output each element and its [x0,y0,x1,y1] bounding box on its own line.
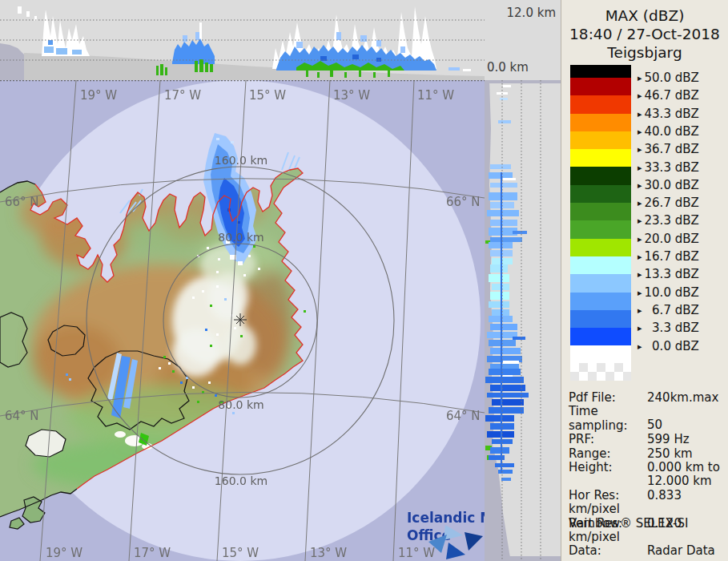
top-height-profile [0,0,485,80]
tick-arrow-icon: ▸ [638,144,642,155]
tick-arrow-icon: ▸ [638,305,642,316]
scale-label: ▸26.7 dBZ [638,196,699,210]
scale-band [570,185,631,203]
tick-arrow-icon: ▸ [638,323,642,333]
scale-label: ▸ 6.7 dBZ [638,303,699,317]
tick-arrow-icon: ▸ [638,252,642,262]
tick-arrow-icon: ▸ [638,163,642,173]
scale-label: ▸ 0.0 dBZ [638,339,699,353]
lat-label-right-64n: 64° N [446,409,481,423]
scale-label: ▸30.0 dBZ [638,178,699,192]
height-axis-max-label: 12.0 km [507,6,556,20]
lon-label-top-13w: 13° W [333,88,370,103]
tick-arrow-icon: ▸ [638,127,642,137]
product-metadata: Pdf File:240km.maxTime sampling:50PRF:59… [569,391,726,559]
scale-label: ▸33.3 dBZ [638,160,699,175]
metadata-row: Data:Radar Data [569,544,726,558]
ring-label-160-top: 160.0 km [215,154,267,167]
radar-map: 160.0 km 80.0 km 80.0 km 160.0 km 19° W … [0,80,485,561]
metadata-row: PRF:599 Hz [569,433,726,446]
scale-label: ▸16.7 dBZ [638,249,699,264]
tick-arrow-icon: ▸ [638,341,642,352]
legend-panel: MAX (dBZ) 18:40 / 27-Oct-2018 Teigsbjarg… [561,0,728,561]
map-edge-bar-top [485,80,561,83]
station-name: Teigsbjarg [561,43,728,62]
radar-display: 12.0 km 0.0 km [0,0,728,561]
height-axis-box: 12.0 km 0.0 km [485,0,561,80]
lat-label-right-66n: 66° N [446,195,481,209]
tick-arrow-icon: ▸ [638,198,642,208]
scale-band [570,293,631,310]
scale-label: ▸ 3.3 dBZ [638,321,699,335]
tick-arrow-icon: ▸ [638,73,642,83]
tick-arrow-icon: ▸ [638,216,642,226]
metadata-row: Time sampling:50 [569,405,726,433]
lon-label-top-11w: 11° W [417,88,454,103]
lon-label-bottom-15w: 15° W [222,546,259,560]
scale-band [570,65,631,78]
ring-label-80-bottom: 80.0 km [218,398,263,411]
lon-label-top-19w: 19° W [80,88,117,103]
tick-arrow-icon: ▸ [638,234,642,244]
scale-band [570,274,631,292]
scale-label: ▸50.0 dBZ [638,71,699,85]
lat-label-left-64n: 64° N [5,409,39,423]
scale-label: ▸20.0 dBZ [638,232,699,246]
scale-band [570,167,631,184]
scale-band [570,239,631,256]
scale-label: ▸10.0 dBZ [638,285,699,300]
software-name: Rainbow® SELEX-SI [569,516,688,531]
tick-arrow-icon: ▸ [638,109,642,119]
tick-arrow-icon: ▸ [638,91,642,101]
metadata-row: Pdf File:240km.max [569,391,726,405]
map-edge-bar [485,556,561,561]
scale-label: ▸40.0 dBZ [638,124,699,139]
white-band [570,345,631,363]
scale-band [570,149,631,167]
side-height-profile [485,80,561,561]
tick-arrow-icon: ▸ [638,180,642,191]
metadata-row: Hor Res:0.833 km/pixel [569,489,726,517]
imo-logo-text-line1: Icelandic Met [407,510,485,526]
scale-band [570,328,631,345]
transparent-band [570,363,631,381]
scale-band [570,310,631,328]
color-swatch-column [570,65,631,381]
scale-band [570,131,631,149]
metadata-row: 12.000 km [569,474,726,488]
scale-band [570,78,631,95]
scale-band [570,256,631,274]
product-datetime: 18:40 / 27-Oct-2018 [561,25,728,43]
lon-label-top-17w: 17° W [164,88,201,103]
scale-band [570,114,631,131]
legend-title-block: MAX (dBZ) 18:40 / 27-Oct-2018 Teigsbjarg [561,6,728,62]
scale-label: ▸43.3 dBZ [638,107,699,121]
ring-label-80-top: 80.0 km [218,231,263,244]
lon-label-bottom-19w: 19° W [46,546,82,560]
scale-band [570,203,631,220]
scale-band [570,95,631,113]
tick-arrow-icon: ▸ [638,269,642,280]
metadata-row: Height:0.000 km to [569,461,726,474]
tick-arrow-icon: ▸ [638,288,642,298]
scale-label: ▸36.7 dBZ [638,142,699,156]
lon-label-bottom-13w: 13° W [310,546,347,560]
lat-label-left-66n: 66° N [5,195,39,209]
ring-label-160-bottom: 160.0 km [215,474,267,487]
height-axis-min-label: 0.0 km [487,60,529,75]
lon-label-top-15w: 15° W [249,88,286,103]
scale-band [570,220,631,238]
scale-label: ▸46.7 dBZ [638,88,699,103]
metadata-row: Range:250 km [569,447,726,461]
product-title: MAX (dBZ) [561,6,728,25]
scale-label: ▸23.3 dBZ [638,213,699,228]
lon-label-bottom-17w: 17° W [134,546,171,560]
lon-label-bottom-11w: 11° W [398,546,435,560]
scale-label: ▸13.3 dBZ [638,267,699,281]
